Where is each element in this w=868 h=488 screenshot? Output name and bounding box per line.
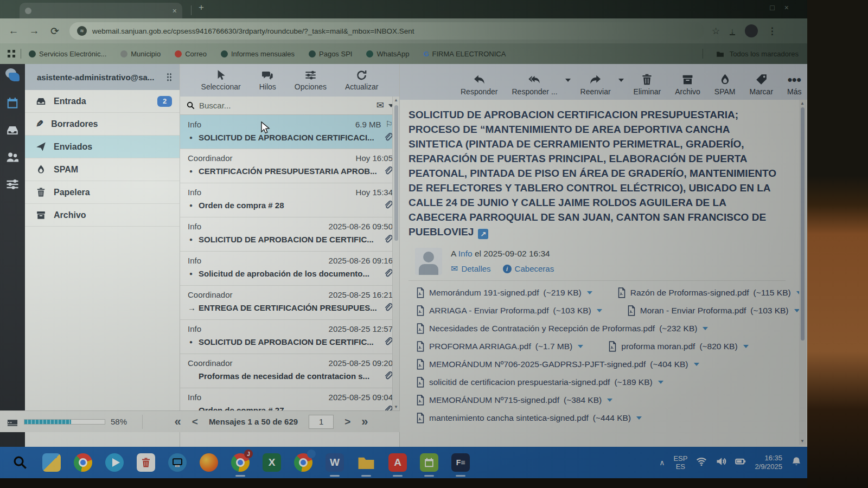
bookmark-correo[interactable]: Correo xyxy=(175,50,207,58)
attachment-menu-caret-icon[interactable] xyxy=(636,416,642,420)
attachment[interactable]: Moran - Enviar Proforma.pdf(~103 KB) xyxy=(627,305,800,316)
details-link[interactable]: ✉Detalles xyxy=(451,264,491,274)
site-info-icon[interactable]: ≋ xyxy=(77,26,87,36)
attachment-menu-caret-icon[interactable] xyxy=(703,327,708,330)
mail-icon[interactable] xyxy=(6,124,19,137)
message-row[interactable]: CoordinadorHoy 16:05 ●CERTIFICACIÓN PRES… xyxy=(180,149,399,183)
wifi-icon[interactable] xyxy=(696,456,707,469)
archive-button[interactable]: Archivo xyxy=(675,73,700,96)
forward-caret-icon[interactable] xyxy=(618,79,624,82)
scrollbar-thumb[interactable] xyxy=(801,107,805,341)
external-link-icon[interactable]: ↗ xyxy=(478,229,488,239)
page-number-input[interactable] xyxy=(309,415,334,429)
volume-icon[interactable] xyxy=(716,456,726,469)
attachment-menu-caret-icon[interactable] xyxy=(578,345,583,348)
attachment[interactable]: proforma moran.pdf(~820 KB) xyxy=(608,341,748,352)
attachment[interactable]: Necesidades de Contratación y Recepción … xyxy=(416,323,708,334)
last-page-button[interactable]: » xyxy=(361,415,368,429)
browser-menu-icon[interactable]: ⋮ xyxy=(768,25,777,37)
clock[interactable]: 16:352/9/2025 xyxy=(755,454,782,471)
settings-icon[interactable] xyxy=(6,178,19,191)
taskbar-recycle-bin-icon[interactable] xyxy=(135,451,157,474)
attachment-menu-caret-icon[interactable] xyxy=(587,291,592,294)
bookmark-pagos-spi[interactable]: Pagos SPI xyxy=(309,50,352,58)
bookmark-informes[interactable]: Informes mensuales xyxy=(221,50,295,58)
folder-spam[interactable]: SPAM xyxy=(25,158,180,181)
message-row[interactable]: Coordinador2025-08-25 09:20 Proformas de… xyxy=(180,354,399,388)
tray-chevron-up-icon[interactable]: ∧ xyxy=(659,458,665,467)
forward-icon[interactable]: → xyxy=(24,25,44,37)
browser-profile-avatar[interactable] xyxy=(745,24,758,37)
bookmark-servicios[interactable]: Servicios Electrónic... xyxy=(29,50,106,58)
maximize-icon[interactable]: □ xyxy=(770,3,784,12)
attachment-menu-caret-icon[interactable] xyxy=(607,399,612,402)
window-controls[interactable]: □× xyxy=(770,3,799,12)
message-row[interactable]: Coordinador2025-08-25 16:21 →ENTREGA DE … xyxy=(180,286,399,320)
search-input[interactable] xyxy=(199,101,372,110)
taskbar-search-icon[interactable] xyxy=(9,451,31,474)
folder-enviados[interactable]: Enviados xyxy=(25,136,180,158)
taskbar-launcher-icon[interactable] xyxy=(40,451,63,474)
reply-all-button[interactable]: Responder ... xyxy=(512,73,558,96)
attachment[interactable]: MEMORÁNDUM Nº706-2025-GADPRSJ-PJFT-signe… xyxy=(416,359,699,370)
taskbar-firma-tool-icon[interactable]: F≡ xyxy=(449,451,472,474)
contacts-icon[interactable] xyxy=(6,151,19,164)
downloads-icon[interactable]: ↓ xyxy=(730,27,735,35)
compose-icon[interactable] xyxy=(6,97,19,110)
back-icon[interactable]: ← xyxy=(3,25,24,37)
options-button[interactable]: Opciones xyxy=(295,69,327,91)
delete-button[interactable]: Eliminar xyxy=(634,73,661,96)
browser-tab[interactable]: × xyxy=(20,3,182,18)
reload-icon[interactable]: ⟳ xyxy=(44,25,65,37)
address-bar[interactable]: ≋ webmail.sanjuan.gob.ec/cpsess941676663… xyxy=(69,22,704,40)
bookmark-star-icon[interactable]: ☆ xyxy=(712,25,720,37)
message-row[interactable]: InfoHoy 15:34 ●Orden de compra # 28 xyxy=(180,183,399,217)
bookmark-whatsapp[interactable]: WhatsApp xyxy=(366,50,409,58)
taskbar-word-icon[interactable]: W xyxy=(323,451,346,474)
taskbar-acrobat-icon[interactable]: A xyxy=(386,451,409,474)
apps-grid-icon[interactable] xyxy=(8,50,15,57)
attachment-menu-caret-icon[interactable] xyxy=(597,309,602,312)
message-row[interactable]: Info2025-08-25 12:57 ●SOLICITUD DE APROB… xyxy=(180,320,399,354)
account-menu-icon[interactable] xyxy=(167,73,172,81)
first-page-button[interactable]: « xyxy=(175,415,181,429)
attachment[interactable]: PROFORMA ARRIAGA.pdf(~1.7 MB) xyxy=(416,341,583,352)
refresh-button[interactable]: Actualizar xyxy=(345,69,378,91)
list-scrollbar[interactable]: ▲ ▼ xyxy=(392,97,399,410)
more-button[interactable]: •••Más xyxy=(787,74,801,96)
reply-all-caret-icon[interactable] xyxy=(565,79,571,82)
taskbar-remote-desktop-icon[interactable] xyxy=(166,451,189,474)
all-bookmarks-label[interactable]: Todos los marcadores xyxy=(730,50,799,58)
scroll-down-icon[interactable]: ▼ xyxy=(394,404,398,409)
search-scope-envelope-icon[interactable]: ✉ xyxy=(376,100,384,111)
battery-icon[interactable] xyxy=(735,456,746,469)
attachment[interactable]: mantenimiento cancha sintetica-signed.pd… xyxy=(416,413,642,423)
taskbar-firefox-icon[interactable] xyxy=(197,451,220,474)
folder-papelera[interactable]: Papelera xyxy=(25,181,180,204)
message-row[interactable]: Info2025-08-26 09:50 ●SOLICITUD DE APROB… xyxy=(180,217,399,252)
scroll-up-icon[interactable]: ▲ xyxy=(394,98,398,102)
scroll-down-icon[interactable]: ▼ xyxy=(800,439,805,444)
attachment[interactable]: MEMORÁNDUM Nº715-signed.pdf(~384 KB) xyxy=(416,395,612,406)
taskbar-spreadsheet-icon[interactable] xyxy=(418,451,441,474)
folder-entrada[interactable]: Entrada 2 xyxy=(25,90,180,113)
bookmark-firma[interactable]: GFIRMA ELECTRONICA xyxy=(423,50,506,58)
scroll-up-icon[interactable]: ▲ xyxy=(800,101,805,106)
new-tab-button[interactable]: + xyxy=(199,2,204,13)
webmail-logo-icon[interactable] xyxy=(4,68,21,82)
language-indicator[interactable]: ESPES xyxy=(673,454,687,471)
taskbar-chrome-profile-icon[interactable] xyxy=(292,451,315,474)
message-scrollbar[interactable]: ▲ ▼ xyxy=(799,100,806,445)
reply-button[interactable]: Responder xyxy=(461,73,498,96)
message-row[interactable]: Info2025-08-26 09:16 ●Solicitud de aprob… xyxy=(180,252,399,286)
attachment[interactable]: Memorándum 191-signed.pdf(~219 KB) xyxy=(416,287,592,298)
taskbar-chrome-profile-j-icon[interactable]: J xyxy=(229,451,252,474)
taskbar-telegram-icon[interactable] xyxy=(103,451,126,474)
notifications-bell-icon[interactable] xyxy=(791,456,802,469)
window-close-icon[interactable]: × xyxy=(784,3,799,12)
attachment[interactable]: solicitid de certificacion prespuestaria… xyxy=(416,377,663,388)
taskbar-excel-icon[interactable]: X xyxy=(260,451,283,474)
headers-link[interactable]: iCabeceras xyxy=(503,264,554,273)
flag-icon[interactable]: ⚐ xyxy=(386,119,393,129)
message-row[interactable]: Info6.9 MB⚐ ●SOLICITUD DE APROBACION CER… xyxy=(180,115,399,149)
